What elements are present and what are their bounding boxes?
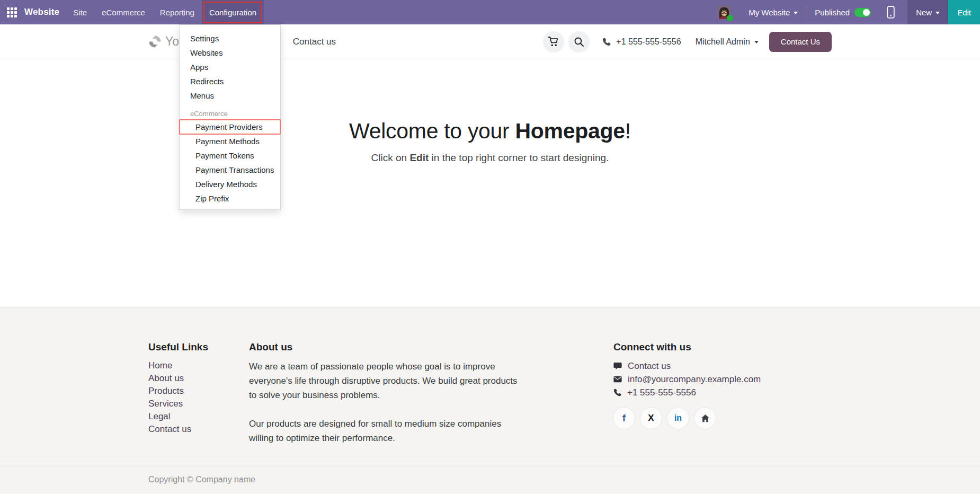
topbar-item-reporting[interactable]: Reporting (153, 0, 202, 24)
menu-item-payment-tokens[interactable]: Payment Tokens (180, 148, 280, 163)
site-header: You Contact us +1 555- (0, 24, 980, 59)
new-button[interactable]: New (907, 0, 948, 24)
cart-icon (548, 36, 559, 47)
footer-link-products[interactable]: Products (148, 385, 249, 398)
company-logo-icon (148, 35, 162, 48)
footer-about-paragraph-2: Our products are designed for small to m… (249, 417, 524, 445)
footer-connect-phone-link[interactable]: +1 555-555-5556 (613, 386, 761, 399)
site-footer: Useful Links Home About us Products Serv… (0, 307, 980, 494)
copyright-text: Copyright © Company name (148, 475, 255, 484)
menu-item-redirects[interactable]: Redirects (180, 74, 280, 89)
hero-title-bold: Homepage (515, 119, 625, 143)
facebook-icon[interactable]: f (613, 408, 635, 429)
header-nav-contact-us[interactable]: Contact us (293, 37, 336, 47)
published-label: Published (815, 8, 850, 17)
presence-online-dot (727, 15, 733, 21)
user-avatar[interactable] (717, 5, 731, 19)
footer-connect-contact-label: Contact us (628, 359, 671, 373)
home-icon[interactable] (694, 408, 716, 429)
chevron-down-icon (794, 12, 798, 14)
envelope-icon (613, 376, 622, 383)
topbar-nav: Site eCommerce Reporting Configuration (66, 0, 264, 24)
hero-title-normal: Welcome to your (349, 119, 515, 143)
footer-connect-email-link[interactable]: info@yourcompany.example.com (613, 373, 761, 386)
footer-about-title: About us (249, 341, 524, 353)
x-twitter-icon[interactable]: X (640, 408, 662, 429)
topbar-item-ecommerce[interactable]: eCommerce (94, 0, 153, 24)
topbar-item-configuration-label: Configuration (209, 8, 256, 17)
hero-subtitle-pre: Click on (371, 152, 410, 163)
cart-button[interactable] (543, 31, 564, 52)
menu-item-payment-methods[interactable]: Payment Methods (180, 134, 280, 148)
header-phone-number: +1 555-555-5556 (616, 37, 681, 47)
footer-connect-email-label: info@yourcompany.example.com (628, 373, 761, 386)
footer-useful-links: Useful Links Home About us Products Serv… (148, 341, 249, 466)
odoo-topbar: Website Site eCommerce Reporting Configu… (0, 0, 980, 24)
footer-connect: Connect with us Contact us info@yourcomp… (613, 341, 761, 466)
mobile-preview-button[interactable] (879, 0, 907, 24)
phone-icon (602, 38, 611, 46)
footer-about-paragraph-1: We are a team of passionate people whose… (249, 359, 524, 402)
screen: Website Site eCommerce Reporting Configu… (0, 0, 980, 494)
chat-icon (613, 362, 622, 370)
phone-icon (613, 389, 621, 396)
publish-group: Published (806, 0, 879, 24)
user-account-name: Mitchell Admin (696, 37, 750, 47)
hero-title: Welcome to your Homepage! (0, 59, 980, 144)
search-icon (574, 37, 584, 47)
footer-useful-links-title: Useful Links (148, 341, 249, 353)
published-toggle[interactable] (854, 8, 871, 17)
footer-about-us: About us We are a team of passionate peo… (249, 341, 560, 466)
footer-link-home[interactable]: Home (148, 359, 249, 372)
edit-button[interactable]: Edit (948, 0, 980, 24)
menu-item-apps[interactable]: Apps (180, 60, 280, 74)
hero-section: Welcome to your Homepage! Click on Edit … (0, 59, 980, 307)
linkedin-icon[interactable]: in (667, 408, 689, 429)
configuration-dropdown-menu: Settings Websites Apps Redirects Menus e… (179, 24, 281, 210)
new-button-label: New (916, 8, 932, 17)
menu-item-payment-providers[interactable]: Payment Providers (180, 120, 280, 134)
social-links: f X in (613, 408, 761, 429)
hero-subtitle-bold: Edit (409, 152, 429, 163)
app-name-website[interactable]: Website (22, 7, 66, 17)
search-button[interactable] (568, 31, 590, 52)
menu-item-payment-providers-label: Payment Providers (195, 122, 263, 131)
mobile-phone-icon (887, 6, 895, 19)
topbar-item-site[interactable]: Site (66, 0, 94, 24)
footer-connect-contact-link[interactable]: Contact us (613, 359, 761, 373)
site-header-right: +1 555-555-5556 Mitchell Admin Contact U… (539, 31, 832, 52)
menu-item-payment-transactions[interactable]: Payment Transactions (180, 163, 280, 177)
footer-link-legal[interactable]: Legal (148, 410, 249, 423)
user-account-menu[interactable]: Mitchell Admin (696, 37, 759, 47)
header-phone-link[interactable]: +1 555-555-5556 (602, 37, 681, 47)
footer-link-services[interactable]: Services (148, 398, 249, 410)
menu-item-delivery-methods[interactable]: Delivery Methods (180, 177, 280, 191)
topbar-right: My Website Published New Edit (717, 0, 980, 24)
menu-section-ecommerce: eCommerce (180, 107, 280, 120)
menu-item-zip-prefix[interactable]: Zip Prefix (180, 191, 280, 206)
apps-grid-icon[interactable] (7, 7, 17, 17)
topbar-item-configuration[interactable]: Configuration (202, 0, 264, 24)
website-switcher-label: My Website (749, 8, 790, 17)
hero-title-end: ! (625, 119, 631, 143)
website-switcher[interactable]: My Website (741, 0, 806, 24)
hero-subtitle: Click on Edit in the top right corner to… (0, 152, 980, 164)
contact-us-cta-button[interactable]: Contact Us (769, 32, 832, 52)
footer-connect-title: Connect with us (613, 341, 761, 353)
footer-link-contact-us[interactable]: Contact us (148, 423, 249, 436)
footer-connect-phone-label: +1 555-555-5556 (627, 386, 696, 399)
menu-item-settings[interactable]: Settings (180, 31, 280, 46)
menu-item-menus[interactable]: Menus (180, 89, 280, 103)
hero-subtitle-post: in the top right corner to start designi… (429, 152, 609, 163)
chevron-down-icon (936, 12, 940, 14)
chevron-down-icon (754, 41, 759, 43)
footer-link-about-us[interactable]: About us (148, 372, 249, 385)
menu-item-websites[interactable]: Websites (180, 46, 280, 60)
